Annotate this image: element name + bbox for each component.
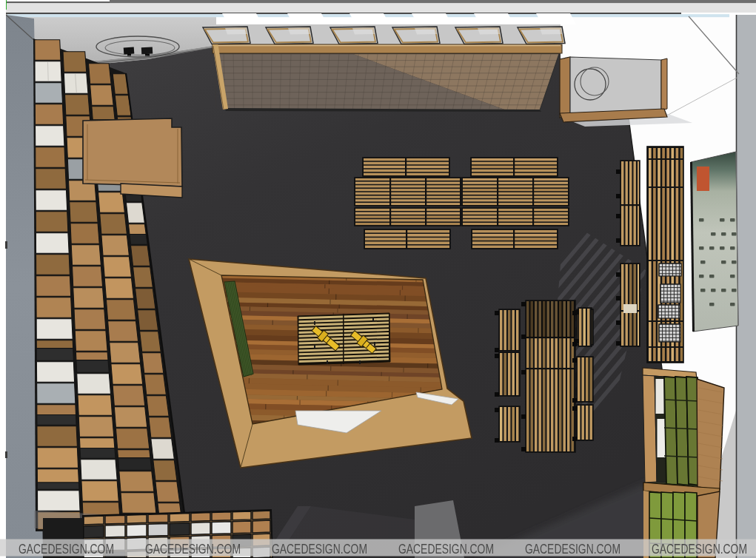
svg-text:GACEDESIGN.COM: GACEDESIGN.COM	[652, 541, 747, 557]
svg-text:GACEDESIGN.COM: GACEDESIGN.COM	[19, 541, 114, 557]
svg-text:GACEDESIGN.COM: GACEDESIGN.COM	[272, 541, 367, 557]
svg-text:GACEDESIGN.COM: GACEDESIGN.COM	[525, 541, 620, 557]
svg-text:GACEDESIGN.COM: GACEDESIGN.COM	[398, 541, 494, 557]
svg-text:GACEDESIGN.COM: GACEDESIGN.COM	[145, 541, 241, 557]
